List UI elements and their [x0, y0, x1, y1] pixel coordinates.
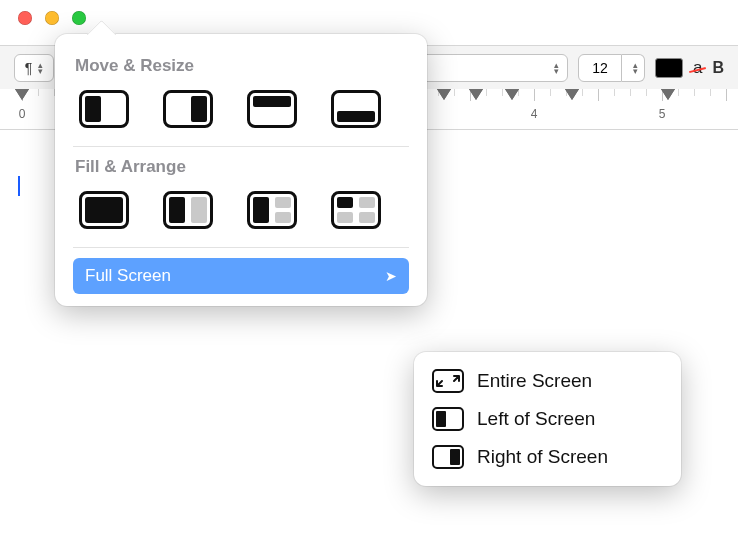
- right-of-screen-label: Right of Screen: [477, 446, 608, 468]
- entire-screen-label: Entire Screen: [477, 370, 592, 392]
- font-size-field[interactable]: 12: [578, 54, 622, 82]
- tile-left-half-button[interactable]: [79, 90, 129, 128]
- entire-screen-option[interactable]: Entire Screen: [422, 362, 673, 400]
- entire-screen-icon: [432, 369, 464, 393]
- ruler-label: 5: [659, 107, 666, 121]
- fullscreen-submenu-button[interactable]: Full Screen ➤: [73, 258, 409, 294]
- divider: [73, 146, 409, 147]
- text-cursor: [18, 176, 20, 196]
- close-window-button[interactable]: [18, 11, 32, 25]
- divider: [73, 247, 409, 248]
- paragraph-style-button[interactable]: ¶ ▴▾: [14, 54, 54, 82]
- tile-right-half-button[interactable]: [163, 90, 213, 128]
- tile-fill-button[interactable]: [79, 191, 129, 229]
- ruler-marker[interactable]: [565, 89, 579, 100]
- text-color-well[interactable]: [655, 58, 683, 78]
- tile-bottom-half-button[interactable]: [331, 90, 381, 128]
- left-of-screen-icon: [432, 407, 464, 431]
- tile-top-half-button[interactable]: [247, 90, 297, 128]
- tile-arrange-three-button[interactable]: [247, 191, 297, 229]
- paragraph-icon: ¶: [25, 60, 33, 76]
- ruler-marker[interactable]: [505, 89, 519, 100]
- ruler-label: 4: [531, 107, 538, 121]
- ruler-marker[interactable]: [661, 89, 675, 100]
- fullscreen-window-button[interactable]: [72, 11, 86, 25]
- fullscreen-label: Full Screen: [85, 266, 171, 286]
- ruler-label: 0: [19, 107, 26, 121]
- ruler-marker[interactable]: [15, 89, 29, 100]
- tile-arrange-left-right-button[interactable]: [163, 191, 213, 229]
- ruler-marker[interactable]: [437, 89, 451, 100]
- font-size-combo: 12 ▴▾: [578, 54, 645, 82]
- right-of-screen-icon: [432, 445, 464, 469]
- chevron-right-icon: ➤: [385, 268, 397, 284]
- right-of-screen-option[interactable]: Right of Screen: [422, 438, 673, 476]
- ruler-marker[interactable]: [469, 89, 483, 100]
- chevron-updown-icon: ▴▾: [633, 62, 638, 74]
- strikethrough-button[interactable]: a: [693, 58, 702, 78]
- section-title-fill-arrange: Fill & Arrange: [75, 157, 413, 177]
- chevron-updown-icon: ▴▾: [38, 62, 43, 74]
- chevron-updown-icon: ▴▾: [554, 62, 559, 74]
- font-size-stepper[interactable]: ▴▾: [622, 54, 645, 82]
- left-of-screen-label: Left of Screen: [477, 408, 595, 430]
- bold-button[interactable]: B: [712, 59, 724, 77]
- left-of-screen-option[interactable]: Left of Screen: [422, 400, 673, 438]
- tile-arrange-quad-button[interactable]: [331, 191, 381, 229]
- section-title-move-resize: Move & Resize: [75, 56, 413, 76]
- minimize-window-button[interactable]: [45, 11, 59, 25]
- window-tile-popover: Move & Resize Fill & Arrange Full Screen…: [55, 34, 427, 306]
- fullscreen-submenu: Entire Screen Left of Screen Right of Sc…: [414, 352, 681, 486]
